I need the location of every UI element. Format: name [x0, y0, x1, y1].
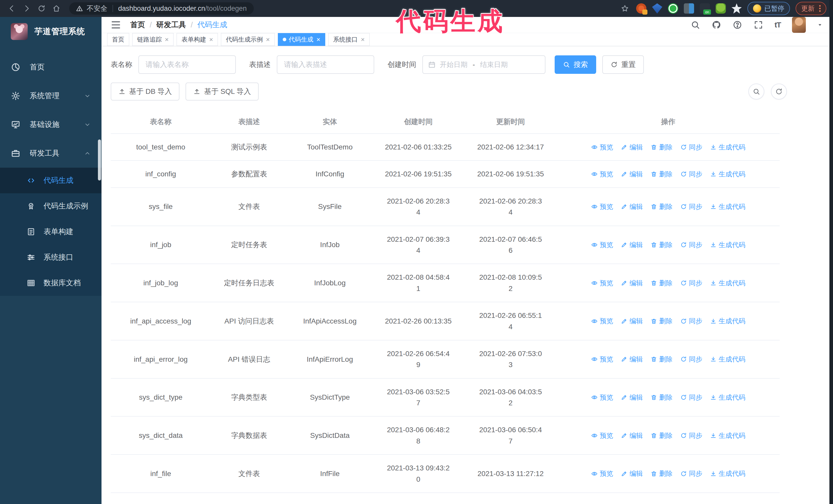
action-generate-code-link[interactable]: 生成代码 [710, 278, 745, 288]
caret-down-icon[interactable] [817, 22, 823, 28]
action-delete-link[interactable]: 删除 [650, 316, 672, 326]
sidebar-item-codegen[interactable]: 代码生成 [0, 168, 101, 193]
extension-icon[interactable] [636, 3, 646, 14]
extension-icon[interactable] [668, 3, 678, 14]
action-preview-link[interactable]: 预览 [591, 201, 613, 212]
action-preview-link[interactable]: 预览 [591, 392, 613, 403]
action-generate-code-link[interactable]: 生成代码 [710, 392, 745, 403]
tab-codegen[interactable]: 代码生成× [278, 33, 325, 46]
sidebar-toggle-icon[interactable] [110, 19, 121, 30]
action-preview-link[interactable]: 预览 [591, 430, 613, 441]
tab-system-api[interactable]: 系统接口× [328, 33, 370, 46]
action-edit-link[interactable]: 编辑 [621, 201, 643, 212]
action-generate-code-link[interactable]: 生成代码 [710, 354, 745, 364]
action-edit-link[interactable]: 编辑 [621, 392, 643, 403]
action-generate-code-link[interactable]: 生成代码 [710, 240, 745, 250]
close-tab-icon[interactable]: × [361, 35, 365, 44]
table-row[interactable]: tool_test_demo 测试示例表 ToolTestDemo 2021-0… [111, 134, 780, 161]
sidebar-item-codegen-example[interactable]: 代码生成示例 [0, 193, 101, 219]
action-edit-link[interactable]: 编辑 [621, 316, 643, 326]
table-row[interactable]: sys_dict_type 字典类型表 SysDictType 2021-03-… [111, 378, 780, 416]
action-preview-link[interactable]: 预览 [591, 316, 613, 326]
reset-button[interactable]: 重置 [602, 55, 644, 74]
action-delete-link[interactable]: 删除 [650, 278, 672, 288]
browser-back-button[interactable] [5, 2, 19, 15]
tab-codegen-example[interactable]: 代码生成示例× [221, 33, 275, 46]
sidebar-item-home[interactable]: 首页 [0, 53, 101, 81]
tab-trace[interactable]: 链路追踪× [132, 33, 173, 46]
paused-badge[interactable]: 已暂停 [747, 2, 790, 15]
action-delete-link[interactable]: 删除 [650, 469, 672, 479]
table-name-input[interactable] [138, 55, 236, 74]
action-edit-link[interactable]: 编辑 [621, 142, 643, 152]
action-generate-code-link[interactable]: 生成代码 [710, 430, 745, 441]
extension-icon[interactable] [732, 3, 742, 14]
action-preview-link[interactable]: 预览 [591, 354, 613, 364]
table-row[interactable]: inf_job 定时任务表 InfJob 2021-02-07 06:39:3 … [111, 226, 780, 264]
close-tab-icon[interactable]: × [316, 35, 320, 44]
browser-forward-button[interactable] [20, 2, 33, 15]
close-tab-icon[interactable]: × [266, 35, 270, 44]
tab-form-builder[interactable]: 表单构建× [176, 33, 218, 46]
sidebar-item-system-api[interactable]: 系统接口 [0, 245, 101, 270]
action-delete-link[interactable]: 删除 [650, 430, 672, 441]
action-preview-link[interactable]: 预览 [591, 278, 613, 288]
user-avatar[interactable] [792, 17, 806, 33]
action-preview-link[interactable]: 预览 [591, 169, 613, 179]
help-icon[interactable] [733, 20, 742, 30]
import-sql-button[interactable]: 基于 SQL 导入 [186, 82, 259, 100]
action-edit-link[interactable]: 编辑 [621, 469, 643, 479]
extension-icon[interactable]: on [700, 3, 710, 14]
table-row[interactable]: inf_api_access_log API 访问日志表 InfApiAcces… [111, 302, 780, 340]
action-sync-link[interactable]: 同步 [680, 354, 702, 364]
action-generate-code-link[interactable]: 生成代码 [710, 142, 745, 152]
breadcrumb-item[interactable]: 首页 [130, 20, 145, 30]
action-sync-link[interactable]: 同步 [680, 169, 702, 179]
action-delete-link[interactable]: 删除 [650, 169, 672, 179]
table-row[interactable]: inf_api_error_log API 错误日志 InfApiErrorLo… [111, 340, 780, 378]
update-button[interactable]: 更新 [795, 2, 826, 15]
table-row[interactable]: inf_job_log 定时任务日志表 InfJobLog 2021-02-08… [111, 264, 780, 302]
extension-icon[interactable] [684, 3, 694, 14]
extension-icon[interactable] [652, 3, 662, 14]
action-sync-link[interactable]: 同步 [680, 278, 702, 288]
date-range-picker[interactable]: 开始日期 - 结束日期 [422, 55, 545, 74]
action-edit-link[interactable]: 编辑 [621, 278, 643, 288]
breadcrumb-item[interactable]: 研发工具 [156, 20, 186, 30]
close-tab-icon[interactable]: × [209, 35, 213, 44]
action-delete-link[interactable]: 删除 [650, 142, 672, 152]
search-button[interactable]: 搜索 [555, 55, 596, 74]
action-edit-link[interactable]: 编辑 [621, 240, 643, 250]
browser-reload-button[interactable] [35, 2, 48, 15]
close-tab-icon[interactable]: × [165, 35, 169, 44]
action-preview-link[interactable]: 预览 [591, 142, 613, 152]
action-delete-link[interactable]: 删除 [650, 201, 672, 212]
action-generate-code-link[interactable]: 生成代码 [710, 201, 745, 212]
action-delete-link[interactable]: 删除 [650, 392, 672, 403]
action-sync-link[interactable]: 同步 [680, 316, 702, 326]
bookmark-star-button[interactable] [619, 3, 630, 14]
table-row[interactable]: sys_dict_data 字典数据表 SysDictData 2021-03-… [111, 416, 780, 455]
action-preview-link[interactable]: 预览 [591, 469, 613, 479]
action-sync-link[interactable]: 同步 [680, 392, 702, 403]
action-delete-link[interactable]: 删除 [650, 240, 672, 250]
font-size-icon[interactable]: tT [775, 21, 781, 29]
sidebar-item-infrastructure[interactable]: 基础设施 [0, 110, 101, 139]
action-edit-link[interactable]: 编辑 [621, 354, 643, 364]
action-delete-link[interactable]: 删除 [650, 354, 672, 364]
sidebar-item-dev-tools[interactable]: 研发工具 [0, 139, 101, 168]
action-generate-code-link[interactable]: 生成代码 [710, 469, 745, 479]
tab-home[interactable]: 首页 [107, 33, 129, 46]
sidebar-item-form-builder[interactable]: 表单构建 [0, 219, 101, 245]
github-icon[interactable] [712, 20, 721, 30]
action-sync-link[interactable]: 同步 [680, 469, 702, 479]
action-sync-link[interactable]: 同步 [680, 142, 702, 152]
action-edit-link[interactable]: 编辑 [621, 430, 643, 441]
action-sync-link[interactable]: 同步 [680, 240, 702, 250]
toggle-search-button[interactable] [748, 83, 764, 99]
table-row[interactable]: inf_file 文件表 InfFile 2021-03-13 09:43:2 … [111, 455, 780, 493]
sidebar-item-db-doc[interactable]: 数据库文档 [0, 270, 101, 296]
action-sync-link[interactable]: 同步 [680, 201, 702, 212]
sidebar-scrollbar[interactable] [98, 140, 101, 181]
fullscreen-icon[interactable] [754, 20, 763, 30]
